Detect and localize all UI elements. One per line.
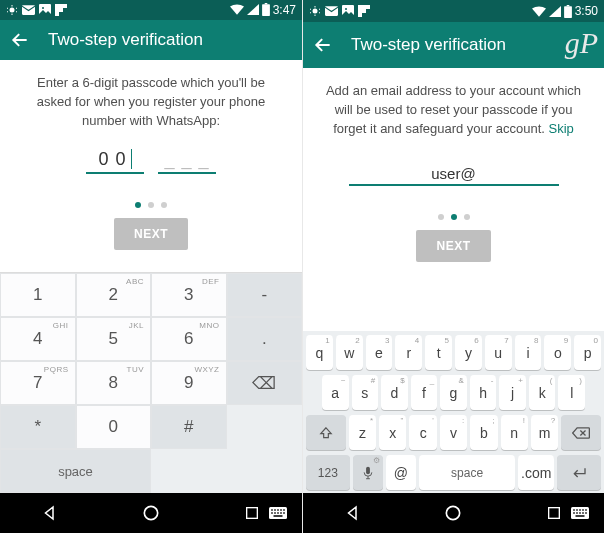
keypad-key-4[interactable]: 4GHI: [0, 317, 76, 361]
svg-point-0: [10, 7, 15, 12]
nav-keyboard-icon[interactable]: [560, 493, 600, 533]
key-c[interactable]: c': [409, 415, 436, 450]
key-a[interactable]: a~: [322, 375, 349, 410]
keypad-key-6[interactable]: 6MNO: [151, 317, 227, 361]
key-u[interactable]: u7: [485, 335, 512, 370]
svg-rect-25: [566, 5, 569, 6]
key-m[interactable]: m?: [531, 415, 558, 450]
progress-dot: [464, 214, 470, 220]
keypad-key-*[interactable]: *: [0, 405, 76, 449]
phone-right: 3:50 Two-step verification Add an email …: [302, 0, 604, 533]
progress-dot: [438, 214, 444, 220]
passcode-input[interactable]: 0 0 _ _ _: [18, 149, 284, 174]
key-space[interactable]: space: [419, 455, 515, 490]
svg-rect-30: [573, 509, 575, 511]
shift-key[interactable]: [306, 415, 346, 450]
key-e[interactable]: e3: [366, 335, 393, 370]
nav-home-icon[interactable]: [433, 493, 473, 533]
svg-rect-32: [579, 509, 581, 511]
status-time: 3:47: [273, 3, 296, 17]
svg-point-27: [447, 506, 460, 519]
keypad-key--[interactable]: -: [227, 273, 303, 317]
nav-back-icon[interactable]: [333, 493, 373, 533]
nav-bar: [303, 493, 604, 533]
progress-dots: [321, 214, 586, 220]
status-bar: 3:50: [303, 0, 604, 22]
keypad-key-.[interactable]: .: [227, 317, 303, 361]
skip-link[interactable]: Skip: [549, 121, 574, 136]
mail-icon: [22, 5, 35, 15]
key-p[interactable]: p0: [574, 335, 601, 370]
key-x[interactable]: x": [379, 415, 406, 450]
app-bar-title: Two-step verification: [48, 30, 203, 50]
key-h[interactable]: h-: [470, 375, 497, 410]
flipboard-icon: [358, 5, 370, 17]
back-arrow-icon[interactable]: [10, 30, 30, 50]
instruction-text: Enter a 6-digit passcode which you'll be…: [18, 74, 284, 131]
svg-rect-17: [280, 512, 282, 514]
key-b[interactable]: b;: [470, 415, 497, 450]
keypad-key-#[interactable]: #: [151, 405, 227, 449]
key-k[interactable]: k(: [529, 375, 556, 410]
key-v[interactable]: v:: [440, 415, 467, 450]
key-.com[interactable]: .com: [518, 455, 554, 490]
next-button[interactable]: NEXT: [416, 230, 490, 262]
svg-rect-28: [548, 508, 559, 519]
svg-rect-10: [274, 509, 276, 511]
svg-rect-13: [283, 509, 285, 511]
image-icon: [39, 4, 51, 16]
keypad-key-8[interactable]: 8TUV: [76, 361, 152, 405]
svg-point-6: [144, 506, 157, 519]
key-z[interactable]: z*: [349, 415, 376, 450]
keypad-key-7[interactable]: 7PQRS: [0, 361, 76, 405]
keypad-key-2[interactable]: 2ABC: [76, 273, 152, 317]
key-r[interactable]: r4: [395, 335, 422, 370]
svg-rect-34: [585, 509, 587, 511]
key-s[interactable]: s#: [352, 375, 379, 410]
key-l[interactable]: l): [558, 375, 585, 410]
svg-rect-33: [582, 509, 584, 511]
debug-icon: [6, 4, 18, 16]
keypad-key-space[interactable]: space: [0, 449, 151, 493]
key-123[interactable]: 123: [306, 455, 350, 490]
svg-rect-24: [564, 6, 572, 18]
keypad-key-5[interactable]: 5JKL: [76, 317, 152, 361]
nav-home-icon[interactable]: [131, 493, 171, 533]
progress-dot: [148, 202, 154, 208]
svg-rect-40: [576, 515, 585, 517]
next-button[interactable]: NEXT: [114, 218, 188, 250]
key-j[interactable]: j+: [499, 375, 526, 410]
back-arrow-icon[interactable]: [313, 35, 333, 55]
key-g[interactable]: g&: [440, 375, 467, 410]
key-i[interactable]: i8: [515, 335, 542, 370]
enter-key[interactable]: [557, 455, 601, 490]
key-w[interactable]: w2: [336, 335, 363, 370]
key-t[interactable]: t5: [425, 335, 452, 370]
svg-rect-11: [277, 509, 279, 511]
svg-rect-12: [280, 509, 282, 511]
mail-icon: [325, 6, 338, 16]
nav-keyboard-icon[interactable]: [258, 493, 298, 533]
email-input[interactable]: [349, 163, 559, 186]
svg-rect-16: [277, 512, 279, 514]
key-n[interactable]: n!: [501, 415, 528, 450]
backspace-key[interactable]: [561, 415, 601, 450]
app-bar: Two-step verification: [303, 22, 604, 68]
key-f[interactable]: f_: [411, 375, 438, 410]
content-area: Enter a 6-digit passcode which you'll be…: [0, 60, 302, 272]
key-y[interactable]: y6: [455, 335, 482, 370]
keypad-key-9[interactable]: 9WXYZ: [151, 361, 227, 405]
svg-rect-36: [576, 512, 578, 514]
nav-back-icon[interactable]: [30, 493, 70, 533]
key-@[interactable]: @: [386, 455, 416, 490]
keypad-key-⌫[interactable]: ⌫: [227, 361, 303, 405]
content-area: Add an email address to your account whi…: [303, 68, 604, 284]
keypad-key-3[interactable]: 3DEF: [151, 273, 227, 317]
keypad-key-0[interactable]: 0: [76, 405, 152, 449]
keypad-key-1[interactable]: 1: [0, 273, 76, 317]
key-o[interactable]: o9: [544, 335, 571, 370]
key-q[interactable]: q1: [306, 335, 333, 370]
mic-key[interactable]: ⚙: [353, 455, 383, 490]
svg-rect-31: [576, 509, 578, 511]
key-d[interactable]: d$: [381, 375, 408, 410]
